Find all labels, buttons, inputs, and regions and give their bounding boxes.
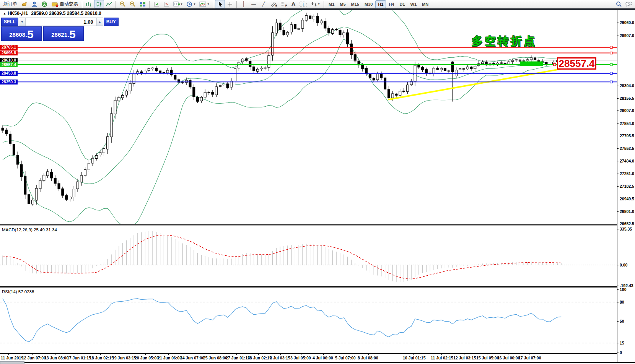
candle <box>24 177 26 195</box>
candle <box>316 16 319 23</box>
tile-windows-icon[interactable] <box>138 0 148 8</box>
candle <box>440 68 443 70</box>
line-handle[interactable] <box>610 63 612 66</box>
candle <box>256 69 259 72</box>
vertical-line-icon[interactable]: │ <box>239 0 249 8</box>
candle <box>290 25 293 32</box>
buy-price-button[interactable]: 28621.5 <box>43 26 84 41</box>
candle <box>144 71 146 73</box>
text-icon[interactable]: A <box>288 0 298 8</box>
candle <box>43 175 45 180</box>
search-icon[interactable] <box>614 0 624 8</box>
candle <box>114 100 116 114</box>
bollinger-middle-band <box>3 27 561 184</box>
horizontal-line-icon[interactable]: — <box>249 0 259 8</box>
volume-decrease-button[interactable]: ▼ <box>19 18 26 26</box>
candle <box>47 172 49 176</box>
candle <box>20 164 23 177</box>
volume-input[interactable] <box>26 18 96 26</box>
timeframe-w1[interactable]: W1 <box>408 0 420 8</box>
candle <box>193 88 195 97</box>
candle <box>31 200 34 204</box>
line-chart-icon[interactable] <box>104 0 114 8</box>
toolbar: 新订单 自动交易 ▾ ▾ ▾ │ — ╱ E F <box>0 0 635 8</box>
timeframe-d1[interactable]: D1 <box>397 0 408 8</box>
turning-point-annotation[interactable]: 多空转折点 <box>472 34 537 49</box>
fibonacci-icon[interactable]: F <box>278 0 288 8</box>
volume-increase-button[interactable]: ▲ <box>96 18 103 26</box>
macd-signal-line <box>3 235 561 279</box>
candle <box>84 170 86 176</box>
arrows-icon[interactable]: ▾ <box>308 0 322 8</box>
candle <box>328 28 330 33</box>
candle <box>91 158 94 163</box>
toolbar-separator <box>236 1 237 8</box>
candle <box>519 60 521 61</box>
equidistant-channel-icon[interactable]: E <box>269 0 278 8</box>
line-handle[interactable] <box>610 52 612 54</box>
metaeditor-icon[interactable] <box>20 0 29 8</box>
timeframe-m5[interactable]: M5 <box>337 0 348 8</box>
toolbar-separator <box>213 1 213 8</box>
zoom-in-icon[interactable] <box>118 0 128 8</box>
candle <box>197 97 199 101</box>
highlight-segment[interactable] <box>520 62 543 66</box>
timeframe-m30[interactable]: M30 <box>362 0 375 8</box>
candle <box>54 178 56 184</box>
autotrading-button[interactable]: 自动交易 <box>49 0 80 8</box>
profile-icon[interactable] <box>29 0 39 8</box>
candle <box>215 87 218 95</box>
candle <box>73 189 75 197</box>
candle <box>80 176 83 182</box>
buy-price-fraction: 5 <box>69 29 76 40</box>
candle <box>163 72 165 73</box>
new-order-button[interactable]: 新订单 <box>1 0 20 8</box>
timeframe-h4[interactable]: H4 <box>386 0 397 8</box>
profile-down-icon[interactable] <box>161 0 171 8</box>
indicators-icon[interactable]: ▾ <box>197 0 211 8</box>
bar-chart-icon[interactable] <box>84 0 94 8</box>
timeframe-mn[interactable]: MN <box>419 0 431 8</box>
timeframe-m15[interactable]: M15 <box>348 0 362 8</box>
sell-button[interactable]: SELL <box>1 18 18 26</box>
candle <box>406 85 409 91</box>
candle <box>69 197 71 199</box>
candle <box>170 70 173 75</box>
line-handle[interactable] <box>610 72 612 75</box>
candle <box>223 84 225 85</box>
crosshair-icon[interactable] <box>225 0 235 8</box>
cursor-icon[interactable] <box>215 0 225 8</box>
candle <box>309 16 311 19</box>
sell-price-button[interactable]: 28608.5 <box>1 26 42 41</box>
candle <box>253 67 255 71</box>
candle <box>500 63 502 63</box>
chat-icon[interactable] <box>624 0 634 8</box>
candle <box>365 68 368 73</box>
timeframe-m1[interactable]: M1 <box>326 0 337 8</box>
new-chart-icon[interactable]: ▾ <box>171 0 184 8</box>
candle <box>320 21 322 23</box>
candle <box>159 71 161 73</box>
buy-button[interactable]: BUY <box>104 18 119 26</box>
price-callout-label[interactable]: 28557.4 <box>557 57 596 70</box>
svg-text:T: T <box>302 2 304 6</box>
candle <box>268 55 270 67</box>
timeframe-h1[interactable]: H1 <box>375 0 386 8</box>
line-handle[interactable] <box>610 81 612 83</box>
candle-chart-icon[interactable] <box>94 0 104 8</box>
callout-anchor-handle[interactable] <box>554 63 556 66</box>
signals-icon[interactable] <box>39 0 49 8</box>
candle <box>470 67 472 68</box>
line-handle[interactable] <box>610 46 612 49</box>
candle <box>238 62 240 68</box>
symbol-name: HK50-,H1 <box>8 11 28 16</box>
trendline-icon[interactable]: ╱ <box>259 0 269 8</box>
toolbar-separator <box>116 1 116 8</box>
profile-up-icon[interactable] <box>151 0 161 8</box>
timeframe-clock-icon[interactable]: ▾ <box>184 0 197 8</box>
autotrading-icon <box>52 2 59 7</box>
text-label-icon[interactable]: T <box>298 0 308 8</box>
zoom-out-icon[interactable] <box>128 0 138 8</box>
collapse-arrow-icon[interactable]: ▲ <box>3 12 6 15</box>
horizontal-scrollbar-thumb[interactable] <box>0 361 24 364</box>
